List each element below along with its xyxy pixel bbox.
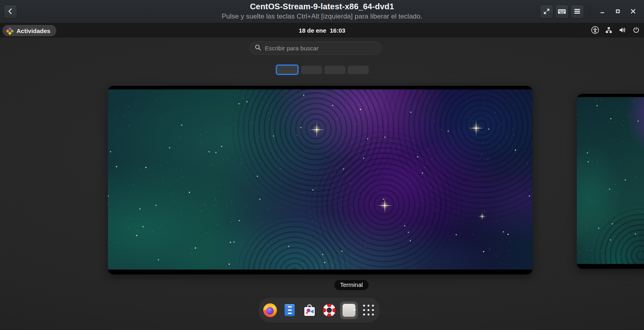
- search-icon: [255, 44, 261, 52]
- workspace-indicator: [0, 64, 644, 75]
- app-grid-icon: [363, 305, 374, 315]
- dock: [259, 298, 380, 322]
- volume-icon: [618, 26, 627, 35]
- back-chevron-icon: [6, 7, 14, 17]
- screen: CentOS-Stream-9-latest-x86_64-dvd1 Pulse…: [0, 0, 644, 330]
- space-wallpaper: [108, 89, 533, 270]
- dock-item-app-grid[interactable]: [360, 301, 378, 319]
- dock-tooltip: Terminal: [334, 280, 369, 290]
- network-menu[interactable]: [605, 26, 613, 35]
- fullscreen-button[interactable]: [540, 5, 553, 19]
- dock-item-terminal[interactable]: [340, 301, 358, 319]
- dock-item-firefox[interactable]: [261, 301, 279, 319]
- search-input[interactable]: [265, 45, 376, 52]
- workspace-pill-3[interactable]: [324, 66, 345, 74]
- power-menu[interactable]: [632, 26, 640, 35]
- adjacent-workspace-preview[interactable]: [577, 94, 644, 269]
- star: [384, 205, 386, 206]
- vm-viewer-titlebar: CentOS-Stream-9-latest-x86_64-dvd1 Pulse…: [0, 0, 644, 23]
- starfield-layer: [108, 89, 108, 90]
- power-icon: [632, 26, 640, 35]
- close-button[interactable]: [626, 5, 640, 19]
- network-wired-icon: [605, 26, 613, 35]
- restore-button[interactable]: [611, 5, 625, 19]
- minimize-icon: [599, 8, 606, 16]
- accessibility-menu[interactable]: [591, 26, 599, 35]
- software-icon: [304, 304, 315, 316]
- starfield-layer: [577, 97, 577, 98]
- firefox-icon: [263, 303, 277, 317]
- workspace-pill-1[interactable]: [276, 64, 299, 75]
- menu-button[interactable]: [570, 5, 584, 19]
- volume-menu[interactable]: [618, 26, 627, 35]
- dock-item-help[interactable]: [320, 301, 338, 319]
- titlebar-separator: [590, 5, 590, 19]
- restore-icon: [614, 8, 621, 16]
- fullscreen-icon: [543, 7, 551, 17]
- top-panel: Actividades 18 de ene 16:03: [0, 23, 644, 37]
- ripple-decoration: [589, 203, 644, 264]
- panel-date: 18 de ene: [299, 27, 326, 34]
- keyboard-icon: [557, 7, 566, 17]
- gnome-overview: Actividades 18 de ene 16:03: [0, 23, 644, 330]
- help-lifebuoy-icon: [323, 304, 336, 317]
- panel-time: 16:03: [330, 27, 345, 34]
- accessibility-icon: [591, 26, 599, 35]
- hamburger-menu-icon: [573, 7, 581, 17]
- close-icon: [630, 8, 637, 16]
- search-field[interactable]: [250, 42, 382, 55]
- keyboard-button[interactable]: [555, 5, 569, 19]
- activities-button[interactable]: Actividades: [2, 25, 56, 36]
- system-status-area: [591, 23, 640, 37]
- window-preview-terminal[interactable]: [108, 86, 533, 274]
- workspace-pill-2[interactable]: [301, 66, 322, 74]
- files-icon: [285, 304, 295, 316]
- activities-label: Actividades: [17, 27, 50, 34]
- terminal-icon: [343, 304, 355, 317]
- dock-item-files[interactable]: [281, 301, 299, 319]
- centos-logo-icon: [6, 27, 14, 35]
- titlebar-actions: [540, 5, 640, 19]
- star: [475, 127, 477, 129]
- minimize-button[interactable]: [596, 5, 609, 19]
- back-button[interactable]: [4, 5, 17, 19]
- dock-item-software[interactable]: [301, 301, 318, 319]
- workspace-pill-4[interactable]: [348, 66, 369, 74]
- space-wallpaper: [577, 97, 644, 264]
- clock[interactable]: 18 de ene 16:03: [0, 23, 644, 37]
